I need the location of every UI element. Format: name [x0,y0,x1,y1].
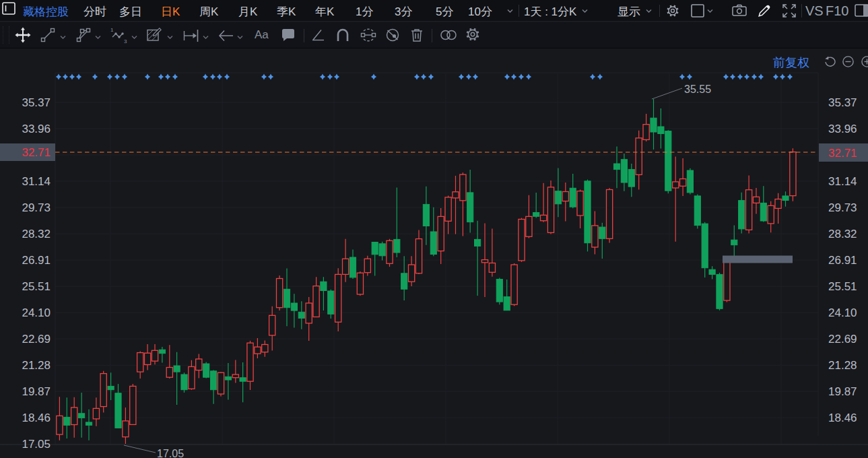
svg-text:3: 3 [124,38,127,44]
svg-text:1: 1 [110,27,114,33]
